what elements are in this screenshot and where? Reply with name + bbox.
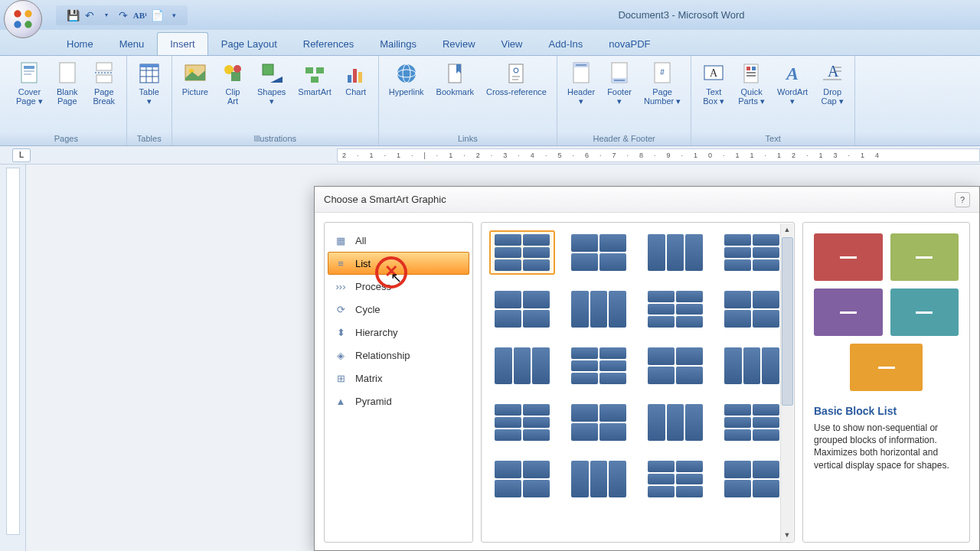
cover-page-button[interactable]: Cover Page ▾ [11, 58, 48, 109]
smartart-thumbnail[interactable] [566, 400, 632, 445]
tab-review[interactable]: Review [430, 32, 488, 55]
category-process[interactable]: ›››Process [328, 275, 469, 298]
shapes-label: Shapes ▾ [257, 87, 286, 106]
picture-label: Picture [182, 87, 208, 96]
smartart-thumbnail[interactable] [642, 287, 708, 331]
footer-button[interactable]: Footer ▾ [602, 58, 637, 109]
smartart-thumbnail[interactable] [489, 344, 555, 388]
redo-icon[interactable]: ↷ [117, 9, 129, 21]
svg-text:A: A [785, 64, 799, 83]
drop-cap-button[interactable]: ADrop Cap ▾ [815, 58, 850, 109]
tab-home[interactable]: Home [54, 32, 106, 55]
tab-page-layout[interactable]: Page Layout [208, 32, 290, 55]
svg-rect-23 [263, 64, 273, 75]
shapes-button[interactable]: Shapes ▾ [252, 58, 291, 109]
scroll-thumb[interactable] [782, 237, 793, 406]
svg-rect-7 [24, 73, 31, 75]
cross-reference-label: Cross-reference [486, 87, 547, 96]
preview-description: Use to show non-sequential or grouped bl… [814, 422, 959, 471]
undo-dropdown-icon[interactable]: ▾ [100, 9, 113, 21]
category-list[interactable]: ≡List [328, 252, 469, 275]
drop-cap-icon: A [820, 61, 844, 86]
scroll-down-icon[interactable]: ▼ [784, 529, 791, 541]
text-box-button[interactable]: AText Box ▾ [696, 58, 731, 109]
tab-mailings[interactable]: Mailings [367, 32, 430, 55]
cross-reference-icon [505, 61, 529, 86]
smartart-thumbnail[interactable] [489, 287, 555, 331]
tab-selector[interactable]: L [12, 148, 31, 162]
group-label: Links [384, 132, 552, 145]
blank-page-button[interactable]: Blank Page [50, 58, 85, 109]
chart-button[interactable]: Chart [338, 58, 374, 99]
hyperlink-label: Hyperlink [389, 87, 424, 96]
group-label: Header & Footer [562, 132, 686, 145]
smartart-thumbnail[interactable] [489, 230, 555, 275]
hyperlink-icon [394, 61, 419, 86]
cross-reference-button[interactable]: Cross-reference [481, 58, 552, 99]
smartart-thumbnail[interactable] [719, 230, 785, 275]
svg-text:A: A [710, 67, 718, 79]
page-number-label: Page Number ▾ [644, 87, 681, 106]
smartart-thumbnail[interactable] [566, 230, 632, 275]
smartart-thumbnail[interactable] [719, 287, 785, 331]
header-button[interactable]: Header ▾ [562, 58, 600, 109]
category-label: Cycle [355, 304, 381, 315]
page-number-button[interactable]: #Page Number ▾ [639, 58, 686, 109]
smartart-thumbnail[interactable] [489, 457, 555, 501]
help-icon[interactable]: ? [955, 192, 970, 207]
qat-item-icon[interactable]: 📄 [151, 9, 163, 21]
tab-novapdf[interactable]: novaPDF [596, 32, 663, 55]
smartart-thumbnail[interactable] [719, 344, 785, 388]
scroll-up-icon[interactable]: ▲ [784, 223, 791, 236]
gallery-scrollbar[interactable]: ▲ ▼ [780, 223, 793, 541]
chart-label: Chart [345, 87, 366, 96]
clip-art-button[interactable]: Clip Art [215, 58, 250, 109]
page-break-button[interactable]: Page Break [87, 58, 122, 109]
ruler-ticks: 2·1·1·|·1·2·3·4·5·6·7·8·9·10·11·12·13·14 [337, 148, 980, 162]
format-icon[interactable]: AB¹ [134, 9, 146, 21]
smartart-thumbnail[interactable] [642, 457, 708, 501]
smartart-thumbnail[interactable] [719, 457, 785, 501]
blank-page-icon [55, 61, 80, 86]
bookmark-button[interactable]: Bookmark [431, 58, 480, 99]
bookmark-label: Bookmark [436, 87, 475, 96]
category-label: Relationship [355, 350, 410, 361]
page-break-label: Page Break [93, 87, 115, 106]
tab-add-ins[interactable]: Add-Ins [536, 32, 596, 55]
category-relationship[interactable]: ◈Relationship [328, 344, 469, 367]
save-icon[interactable]: 💾 [67, 9, 79, 21]
smartart-thumbnail[interactable] [719, 400, 785, 445]
smartart-thumbnail[interactable] [642, 400, 708, 445]
tab-menu[interactable]: Menu [106, 32, 158, 55]
gallery-grid [489, 230, 786, 501]
smartart-thumbnail[interactable] [566, 457, 632, 501]
quick-parts-button[interactable]: Quick Parts ▾ [733, 58, 770, 109]
tab-insert[interactable]: Insert [157, 32, 208, 55]
smartart-thumbnail[interactable] [642, 344, 708, 388]
smartart-button[interactable]: SmartArt [292, 58, 336, 99]
category-pyramid[interactable]: ▲Pyramid [328, 390, 469, 412]
tab-references[interactable]: References [290, 32, 367, 55]
category-matrix[interactable]: ⊞Matrix [328, 367, 469, 390]
table-button[interactable]: Table ▾ [132, 58, 167, 109]
category-all[interactable]: ▦All [328, 229, 469, 252]
smartart-thumbnail[interactable] [566, 344, 632, 388]
category-hierarchy[interactable]: ⬍Hierarchy [328, 321, 469, 344]
picture-button[interactable]: Picture [177, 58, 214, 99]
wordart-label: WordArt ▾ [777, 87, 808, 106]
page-break-icon [92, 61, 116, 86]
undo-icon[interactable]: ↶ [83, 9, 96, 21]
smartart-thumbnail[interactable] [566, 287, 632, 331]
office-button[interactable] [4, 0, 42, 38]
tab-view[interactable]: View [488, 32, 536, 55]
svg-rect-17 [140, 64, 158, 67]
cover-page-icon [17, 61, 41, 86]
hyperlink-button[interactable]: Hyperlink [384, 58, 430, 99]
qat-customize-icon[interactable]: ▾ [168, 9, 180, 21]
wordart-button[interactable]: AWordArt ▾ [772, 58, 813, 109]
smartart-thumbnail[interactable] [489, 400, 555, 445]
footer-label: Footer ▾ [607, 87, 632, 106]
category-cycle-icon: ⟳ [334, 303, 348, 315]
category-cycle[interactable]: ⟳Cycle [328, 298, 469, 321]
smartart-thumbnail[interactable] [642, 230, 708, 275]
